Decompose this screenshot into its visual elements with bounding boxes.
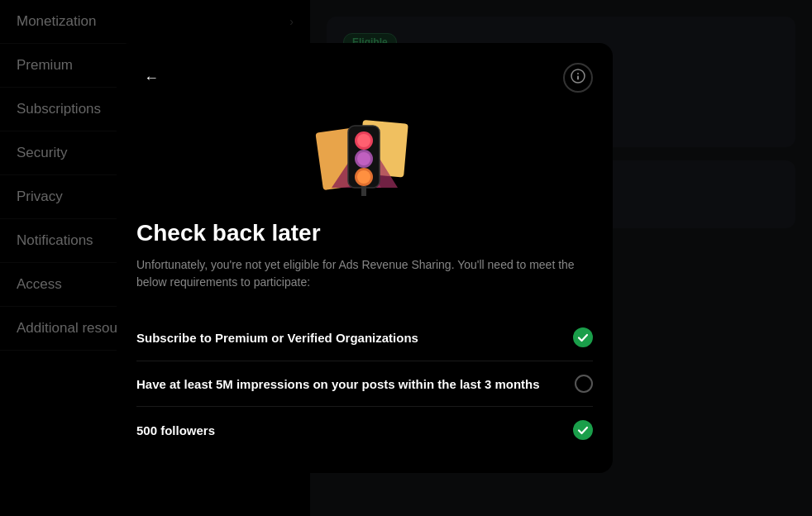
svg-point-1 (577, 73, 579, 74)
svg-point-11 (357, 152, 370, 165)
modal-image (136, 109, 593, 200)
requirement-item-3: 500 followers (136, 407, 593, 453)
requirement-item-2: Have at least 5M impressions on your pos… (136, 361, 593, 407)
requirement-text-2: Have at least 5M impressions on your pos… (136, 375, 575, 393)
svg-point-15 (573, 327, 593, 347)
requirements-list: Subscribe to Premium or Verified Organiz… (136, 314, 593, 453)
svg-point-16 (573, 420, 593, 440)
modal-description: Unfortunately, you're not yet eligible f… (136, 256, 593, 291)
requirement-item-1: Subscribe to Premium or Verified Organiz… (136, 314, 593, 361)
svg-point-9 (357, 134, 370, 147)
modal-title: Check back later (136, 220, 593, 246)
info-icon (571, 69, 585, 88)
circle-empty-icon-2 (575, 375, 593, 393)
svg-rect-14 (361, 186, 366, 196)
svg-rect-2 (577, 75, 579, 79)
requirement-text-1: Subscribe to Premium or Verified Organiz… (136, 329, 573, 346)
check-icon-1 (573, 327, 593, 347)
info-button[interactable] (563, 63, 593, 93)
modal: ← (117, 43, 613, 473)
check-icon-3 (573, 420, 593, 440)
svg-point-13 (357, 170, 370, 184)
requirement-text-3: 500 followers (136, 422, 573, 439)
back-icon: ← (144, 69, 159, 87)
modal-header: ← (136, 63, 593, 93)
back-button[interactable]: ← (136, 63, 166, 93)
traffic-light-illustration (315, 109, 414, 200)
